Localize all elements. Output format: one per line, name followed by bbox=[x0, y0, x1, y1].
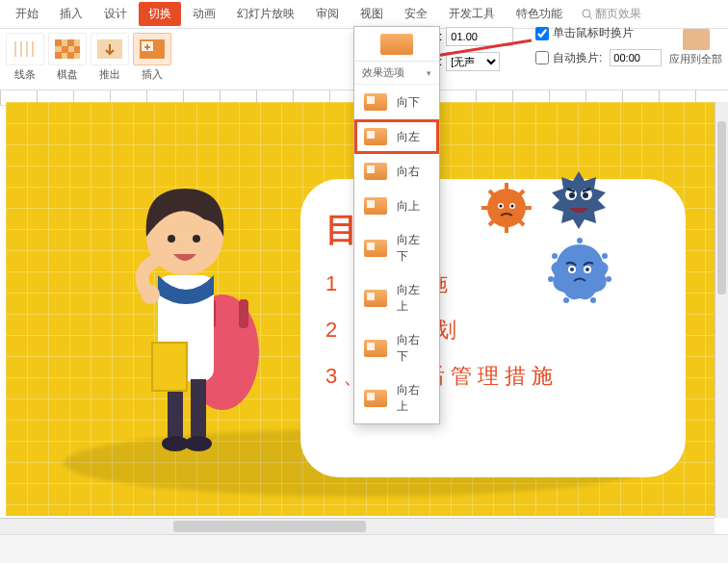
search-box[interactable]: 翻页效果 bbox=[582, 6, 641, 22]
tab-slideshow[interactable]: 幻灯片放映 bbox=[227, 2, 304, 26]
speed-input[interactable] bbox=[446, 27, 513, 46]
scrollbar-h-thumb[interactable] bbox=[173, 521, 366, 532]
apply-all-icon bbox=[683, 29, 710, 50]
svg-rect-13 bbox=[67, 52, 74, 59]
tab-view[interactable]: 视图 bbox=[351, 2, 393, 26]
svg-rect-12 bbox=[55, 52, 62, 59]
svg-rect-23 bbox=[191, 379, 206, 437]
svg-point-43 bbox=[511, 205, 514, 208]
sound-select[interactable]: [无声 bbox=[446, 52, 500, 71]
tab-features[interactable]: 特色功能 bbox=[507, 2, 572, 26]
svg-point-51 bbox=[590, 297, 596, 303]
scrollbar-vertical[interactable] bbox=[715, 102, 728, 518]
svg-rect-8 bbox=[55, 39, 62, 46]
boy-illustration bbox=[92, 160, 266, 468]
svg-rect-20 bbox=[239, 299, 248, 328]
svg-point-25 bbox=[185, 436, 212, 451]
svg-line-1 bbox=[589, 16, 592, 19]
tab-review[interactable]: 审阅 bbox=[306, 2, 349, 26]
advance-options: 单击鼠标时换片 自动换片: bbox=[535, 25, 662, 74]
tab-animation[interactable]: 动画 bbox=[183, 2, 225, 26]
tab-transition[interactable]: 切换 bbox=[139, 2, 181, 26]
tab-start[interactable]: 开始 bbox=[6, 2, 48, 26]
status-bar bbox=[0, 534, 728, 563]
auto-advance-checkbox[interactable] bbox=[535, 51, 549, 64]
svg-rect-10 bbox=[62, 46, 68, 53]
auto-advance[interactable]: 自动换片: bbox=[535, 49, 662, 66]
scrollbar-horizontal[interactable] bbox=[0, 518, 715, 534]
svg-line-36 bbox=[489, 191, 495, 196]
svg-point-28 bbox=[168, 235, 175, 243]
svg-point-54 bbox=[552, 253, 558, 259]
svg-point-42 bbox=[500, 205, 503, 208]
direction-right[interactable]: 向右 bbox=[354, 154, 439, 189]
germ-blue-light bbox=[545, 237, 614, 306]
direction-bottom-right[interactable]: 向右下 bbox=[354, 323, 439, 373]
effect-options-label[interactable]: 效果选项 bbox=[354, 62, 439, 85]
svg-rect-9 bbox=[67, 39, 74, 46]
transition-lines[interactable]: 线条 bbox=[6, 33, 44, 82]
svg-rect-30 bbox=[152, 343, 187, 391]
svg-rect-11 bbox=[74, 46, 80, 53]
advance-on-click-checkbox[interactable] bbox=[535, 27, 549, 40]
dropdown-preview bbox=[354, 27, 439, 62]
advance-on-click[interactable]: 单击鼠标时换片 bbox=[535, 25, 662, 41]
germ-orange bbox=[478, 179, 535, 237]
tab-insert[interactable]: 插入 bbox=[50, 2, 92, 26]
transition-insert[interactable]: 插入 bbox=[133, 33, 171, 82]
svg-line-39 bbox=[489, 219, 495, 225]
scrollbar-v-thumb[interactable] bbox=[717, 121, 726, 294]
direction-bottom-left[interactable]: 向左下 bbox=[354, 223, 439, 273]
svg-point-47 bbox=[583, 192, 588, 198]
germ-blue-dark bbox=[540, 160, 617, 237]
apply-to-all-button[interactable]: 应用到全部 bbox=[669, 29, 722, 66]
tab-devtools[interactable]: 开发工具 bbox=[439, 2, 505, 26]
direction-left[interactable]: 向左 bbox=[354, 119, 439, 154]
transition-push[interactable]: 推出 bbox=[91, 33, 129, 82]
svg-point-57 bbox=[570, 268, 574, 271]
svg-point-52 bbox=[563, 297, 569, 303]
svg-point-29 bbox=[193, 235, 200, 243]
search-icon bbox=[582, 9, 593, 20]
svg-point-49 bbox=[602, 253, 608, 259]
svg-point-0 bbox=[583, 10, 590, 17]
svg-point-50 bbox=[606, 276, 611, 282]
svg-line-37 bbox=[518, 219, 524, 225]
svg-point-48 bbox=[577, 238, 583, 243]
svg-point-53 bbox=[548, 276, 554, 282]
svg-point-46 bbox=[569, 192, 575, 198]
transition-checker[interactable]: 棋盘 bbox=[48, 33, 87, 82]
auto-advance-time[interactable] bbox=[610, 49, 662, 66]
svg-rect-2 bbox=[13, 39, 38, 59]
direction-top-left[interactable]: 向左上 bbox=[354, 273, 439, 323]
tab-design[interactable]: 设计 bbox=[94, 2, 137, 26]
svg-point-24 bbox=[162, 436, 189, 451]
direction-down[interactable]: 向下 bbox=[354, 85, 439, 119]
direction-up[interactable]: 向上 bbox=[354, 189, 439, 223]
tab-security[interactable]: 安全 bbox=[395, 2, 437, 26]
effect-options-dropdown: 效果选项 向下 向左 向右 向上 向左下 向左上 向右下 向右上 bbox=[353, 26, 440, 424]
svg-point-58 bbox=[585, 268, 589, 271]
svg-line-38 bbox=[518, 191, 524, 196]
direction-top-right[interactable]: 向右上 bbox=[354, 373, 439, 423]
search-placeholder: 翻页效果 bbox=[595, 6, 641, 22]
